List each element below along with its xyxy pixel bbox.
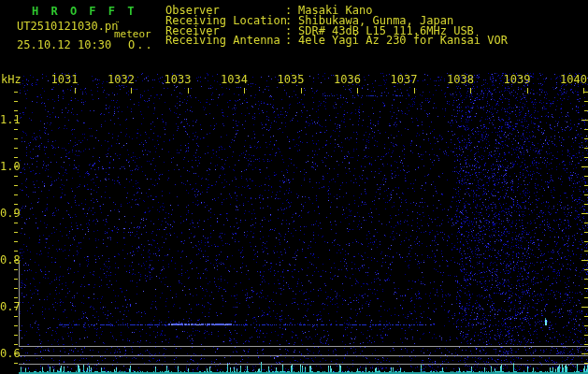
- time-tick-label-1034: 1034: [207, 73, 248, 86]
- time-tick-label-1038: 1038: [433, 73, 474, 86]
- time-tick-label-1033: 1033: [151, 73, 192, 86]
- freq-tick-label-1.1: 1.1: [0, 113, 15, 126]
- freq-tick-label-1.0: 1.0: [0, 160, 15, 173]
- y-axis-unit-label: kHz: [1, 73, 22, 86]
- freq-tick-label-0.7: 0.7: [0, 300, 15, 313]
- freq-tick-label-0.6: 0.6: [0, 347, 15, 360]
- station-info-block: Observer:Masaki KanoReceiving Location:S…: [165, 6, 508, 46]
- freq-tick-label-0.9: 0.9: [0, 207, 15, 220]
- info-row-receiving-antenna: Receiving Antenna:4ele Yagi Az 230 for K…: [165, 36, 508, 46]
- app-title: H R O F F T: [32, 5, 136, 18]
- time-tick-label-1031: 1031: [37, 73, 79, 86]
- info-separator: :: [285, 36, 298, 46]
- datetime-label: 25.10.12 10:30: [17, 38, 111, 51]
- time-tick-label-1040: 1040: [546, 73, 587, 86]
- time-tick-label-1036: 1036: [320, 73, 361, 86]
- info-label: Receiving Antenna: [165, 36, 285, 46]
- info-value: 4ele Yagi Az 230 for Kansai VOR: [298, 36, 508, 46]
- hrofft-screen: H R O F F T UT2510121030.pn ¨ meteor 25.…: [0, 0, 588, 374]
- status-indicator: O..: [128, 38, 154, 51]
- time-tick-label-1037: 1037: [377, 73, 418, 86]
- time-tick-label-1035: 1035: [264, 73, 305, 86]
- time-tick-label-1039: 1039: [490, 73, 531, 86]
- time-tick-label-1032: 1032: [93, 73, 135, 86]
- output-filename: UT2510121030.pn: [17, 20, 118, 33]
- freq-tick-label-0.8: 0.8: [0, 253, 15, 266]
- spectrogram-canvas: [0, 0, 588, 374]
